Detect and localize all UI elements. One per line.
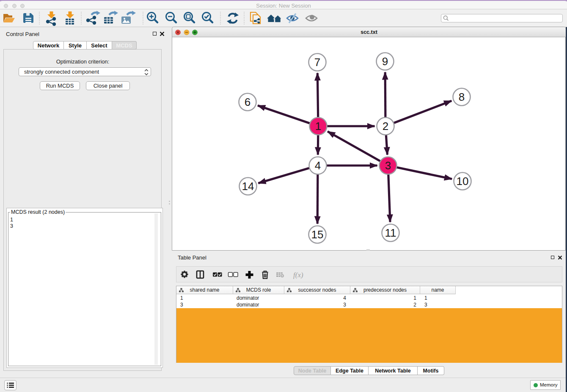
svg-text:14: 14 <box>242 180 254 193</box>
svg-text:6: 6 <box>245 96 250 108</box>
svg-text:4: 4 <box>315 159 321 172</box>
svg-text:15: 15 <box>311 228 324 241</box>
svg-text:10: 10 <box>457 175 469 188</box>
svg-text:7: 7 <box>314 56 320 69</box>
svg-text:8: 8 <box>459 91 465 103</box>
svg-text:9: 9 <box>382 55 388 68</box>
svg-text:11: 11 <box>385 226 396 239</box>
svg-text:f(x): f(x) <box>293 271 303 279</box>
svg-text:3: 3 <box>385 159 391 172</box>
svg-text:2: 2 <box>383 120 388 133</box>
svg-text:1: 1 <box>315 120 321 133</box>
